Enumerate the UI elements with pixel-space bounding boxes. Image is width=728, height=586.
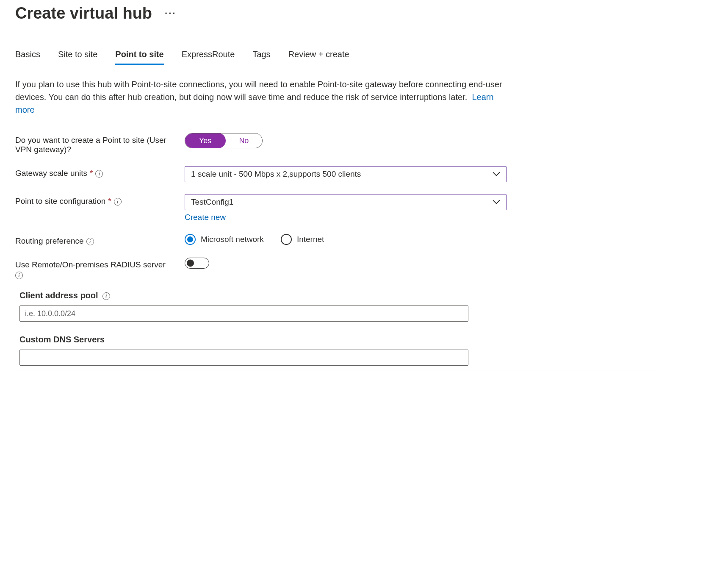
tabs: Basics Site to site Point to site Expres… xyxy=(15,48,662,65)
p2s-config-label-text: Point to site configuration xyxy=(15,197,105,206)
p2s-config-dropdown[interactable]: TestConfig1 xyxy=(185,194,507,210)
gateway-scale-units-label: Gateway scale units * i xyxy=(15,166,185,178)
description-text: If you plan to use this hub with Point-t… xyxy=(15,80,502,102)
required-indicator: * xyxy=(90,169,93,178)
routing-preference-label-text: Routing preference xyxy=(15,236,84,246)
page-title: Create virtual hub ··· xyxy=(15,4,662,22)
page-title-text: Create virtual hub xyxy=(15,4,152,22)
radio-icon xyxy=(281,234,292,245)
divider xyxy=(15,370,662,370)
custom-dns-heading-text: Custom DNS Servers xyxy=(19,335,105,344)
tab-review-create[interactable]: Review + create xyxy=(288,48,349,65)
routing-preference-radio-group: Microsoft network Internet xyxy=(185,234,507,245)
chevron-down-icon xyxy=(493,200,500,205)
tab-description: If you plan to use this hub with Point-t… xyxy=(15,78,507,116)
info-icon[interactable]: i xyxy=(15,272,23,279)
chevron-down-icon xyxy=(493,172,500,177)
gateway-scale-units-dropdown[interactable]: 1 scale unit - 500 Mbps x 2,supports 500… xyxy=(185,166,507,182)
gateway-scale-units-value: 1 scale unit - 500 Mbps x 2,supports 500… xyxy=(191,169,361,179)
create-p2s-yes[interactable]: Yes xyxy=(185,133,226,148)
tab-site-to-site[interactable]: Site to site xyxy=(58,48,97,65)
client-address-pool-heading-text: Client address pool xyxy=(19,291,98,300)
create-p2s-toggle[interactable]: Yes No xyxy=(185,133,263,148)
radius-label-text: Use Remote/On-premises RADIUS server xyxy=(15,260,166,269)
create-new-link[interactable]: Create new xyxy=(185,213,226,222)
more-actions-icon[interactable]: ··· xyxy=(165,8,176,19)
create-p2s-label-text: Do you want to create a Point to site (U… xyxy=(15,136,185,154)
routing-pref-internet-label: Internet xyxy=(297,235,324,244)
info-icon[interactable]: i xyxy=(102,292,110,300)
p2s-config-value: TestConfig1 xyxy=(191,197,233,207)
create-p2s-no[interactable]: No xyxy=(225,133,262,148)
info-icon[interactable]: i xyxy=(114,198,122,206)
client-address-pool-input[interactable] xyxy=(19,305,468,322)
client-address-pool-heading: Client address pool i xyxy=(15,291,662,300)
info-icon[interactable]: i xyxy=(86,238,94,245)
tab-point-to-site[interactable]: Point to site xyxy=(115,48,163,65)
routing-pref-microsoft-network[interactable]: Microsoft network xyxy=(185,234,264,245)
p2s-config-label: Point to site configuration * i xyxy=(15,194,185,206)
switch-thumb-icon xyxy=(187,260,194,267)
routing-pref-ms-label: Microsoft network xyxy=(201,235,264,244)
create-p2s-label: Do you want to create a Point to site (U… xyxy=(15,133,185,154)
tab-basics[interactable]: Basics xyxy=(15,48,40,65)
tab-expressroute[interactable]: ExpressRoute xyxy=(182,48,235,65)
tab-tags[interactable]: Tags xyxy=(252,48,270,65)
routing-preference-label: Routing preference i xyxy=(15,234,185,246)
radio-icon xyxy=(185,234,196,245)
radius-switch[interactable] xyxy=(185,258,209,269)
routing-pref-internet[interactable]: Internet xyxy=(281,234,324,245)
custom-dns-input[interactable] xyxy=(19,350,468,366)
divider xyxy=(15,326,662,326)
custom-dns-heading: Custom DNS Servers xyxy=(15,335,662,344)
gateway-scale-units-label-text: Gateway scale units xyxy=(15,169,87,178)
info-icon[interactable]: i xyxy=(95,170,103,178)
required-indicator: * xyxy=(108,197,111,206)
radius-label: Use Remote/On-premises RADIUS server i xyxy=(15,258,185,279)
